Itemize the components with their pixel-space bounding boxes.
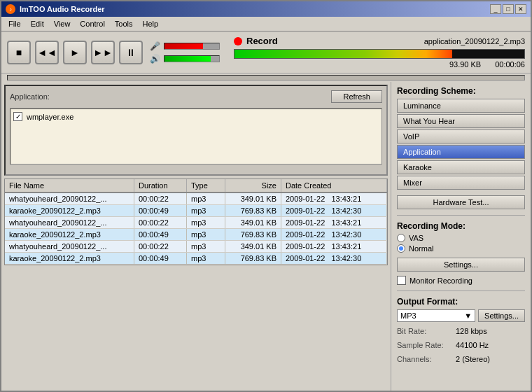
vas-label: VAS	[409, 234, 424, 242]
channels-value: 2 (Stereo)	[456, 353, 490, 367]
table-row[interactable]: karaoke_20090122_2.mp3 00:00:49 mp3 769.…	[5, 229, 387, 241]
speaker-vol-fill	[164, 56, 211, 62]
normal-radio[interactable]	[397, 244, 405, 253]
recording-mode-section: Recording Mode: VAS Normal Settings...	[397, 221, 525, 272]
next-icon: ►►	[93, 47, 113, 58]
transport-area: ■ ◄◄ ► ►► ⏸ 🎤 🔊	[1, 31, 531, 74]
cell-filename: whatyouheard_20090122_...	[5, 217, 134, 228]
normal-radio-row: Normal	[397, 244, 525, 253]
recording-scheme-section: Recording Scheme: Luminance What You Hea…	[397, 86, 525, 191]
maximize-button[interactable]: □	[503, 4, 514, 14]
sample-rate-row: Sample Rate: 44100 Hz	[397, 339, 525, 353]
col-header-date: Date Created	[281, 179, 387, 192]
sample-rate-label: Sample Rate:	[397, 339, 453, 353]
cell-filename: whatyouheard_20090122_...	[5, 193, 134, 204]
monitor-label: Monitor Recording	[410, 276, 472, 285]
cell-filename: whatyouheard_20090122_...	[5, 241, 134, 252]
window-title: ImTOO Audio Recorder	[20, 5, 105, 13]
minimize-button[interactable]: _	[490, 4, 501, 14]
table-row[interactable]: karaoke_20090122_2.mp3 00:00:49 mp3 769.…	[5, 205, 387, 217]
cell-size: 349.01 KB	[225, 193, 281, 204]
record-section: Record application_20090122_2.mp3 93.90 …	[234, 36, 525, 69]
pause-button[interactable]: ⏸	[119, 41, 143, 64]
record-label: Record	[246, 36, 278, 46]
title-bar: ♪ ImTOO Audio Recorder _ □ ✕	[1, 1, 531, 17]
table-row[interactable]: karaoke_20090122_2.mp3 00:00:49 mp3 769.…	[5, 253, 387, 265]
menu-view[interactable]: View	[50, 18, 75, 29]
hardware-test-button[interactable]: Hardware Test...	[397, 195, 525, 209]
cell-size: 769.83 KB	[225, 229, 281, 240]
cell-size: 769.83 KB	[225, 205, 281, 216]
table-body: whatyouheard_20090122_... 00:00:22 mp3 3…	[4, 193, 388, 265]
recording-mode-title: Recording Mode:	[397, 221, 525, 231]
pause-icon: ⏸	[126, 47, 136, 58]
vas-radio[interactable]	[397, 234, 405, 242]
cell-date: 2009-01-22 13:42:30	[281, 205, 387, 216]
next-button[interactable]: ►►	[91, 41, 115, 64]
format-settings-button[interactable]: Settings...	[478, 309, 525, 322]
menu-edit[interactable]: Edit	[27, 18, 48, 29]
speaker-volume-slider[interactable]	[164, 55, 220, 62]
table-row[interactable]: whatyouheard_20090122_... 00:00:22 mp3 3…	[5, 217, 387, 229]
stop-icon: ■	[16, 47, 22, 58]
menu-help[interactable]: Help	[139, 18, 163, 29]
scheme-luminance[interactable]: Luminance	[397, 99, 525, 113]
dropdown-arrow-icon: ▼	[464, 312, 472, 320]
cell-date: 2009-01-22 13:43:21	[281, 241, 387, 252]
app-list-area: ✓ wmplayer.exe	[10, 108, 382, 164]
speaker-vol-row: 🔊	[150, 54, 220, 64]
app-header: Application: Refresh	[10, 90, 382, 103]
bit-rate-row: Bit Rate: 128 kbps	[397, 325, 525, 339]
table-header: File Name Duration Type Size Date Create…	[4, 178, 388, 193]
wmplayer-checkbox[interactable]: ✓	[13, 112, 22, 121]
application-section: Application: Refresh ✓ wmplayer.exe	[4, 85, 388, 176]
scheme-what-you-hear[interactable]: What You Hear	[397, 114, 525, 128]
refresh-button[interactable]: Refresh	[331, 90, 382, 103]
mic-vol-fill	[164, 43, 203, 49]
cell-type: mp3	[187, 193, 225, 204]
scheme-application[interactable]: Application	[397, 145, 525, 159]
channels-label: Channels:	[397, 353, 453, 367]
progress-track[interactable]	[7, 75, 525, 80]
vas-radio-row: VAS	[397, 234, 525, 242]
right-panel: Recording Scheme: Luminance What You Hea…	[391, 82, 531, 391]
cell-filename: karaoke_20090122_2.mp3	[5, 205, 134, 216]
table-row[interactable]: whatyouheard_20090122_... 00:00:22 mp3 3…	[5, 193, 387, 205]
cell-date: 2009-01-22 13:42:30	[281, 253, 387, 264]
output-format-section: Output Format: MP3 ▼ Settings... Bit Rat…	[397, 297, 525, 366]
col-header-type: Type	[187, 179, 225, 192]
record-size: 93.90 KB	[449, 60, 481, 69]
cell-type: mp3	[187, 229, 225, 240]
volume-section: 🎤 🔊	[150, 41, 220, 64]
cell-date: 2009-01-22 13:42:30	[281, 229, 387, 240]
mic-volume-slider[interactable]	[164, 43, 220, 50]
stop-button[interactable]: ■	[7, 41, 31, 64]
col-header-size: Size	[225, 179, 281, 192]
cell-size: 349.01 KB	[225, 217, 281, 228]
play-button[interactable]: ►	[63, 41, 87, 64]
format-value: MP3	[400, 312, 416, 320]
cell-duration: 00:00:49	[134, 205, 187, 216]
prev-button[interactable]: ◄◄	[35, 41, 59, 64]
output-meta: Bit Rate: 128 kbps Sample Rate: 44100 Hz…	[397, 325, 525, 366]
mode-settings-button[interactable]: Settings...	[397, 258, 525, 272]
menu-control[interactable]: Control	[76, 18, 108, 29]
monitor-checkbox[interactable]	[397, 276, 406, 285]
meter-fill	[234, 50, 452, 58]
close-button[interactable]: ✕	[515, 4, 526, 14]
table-row[interactable]: whatyouheard_20090122_... 00:00:22 mp3 3…	[5, 241, 387, 253]
bit-rate-label: Bit Rate:	[397, 325, 453, 339]
format-row: MP3 ▼ Settings...	[397, 309, 525, 322]
menu-tools[interactable]: Tools	[111, 18, 137, 29]
cell-date: 2009-01-22 13:43:21	[281, 217, 387, 228]
scheme-voip[interactable]: VoIP	[397, 130, 525, 144]
prev-icon: ◄◄	[37, 47, 57, 58]
col-header-filename: File Name	[5, 179, 134, 192]
cell-duration: 00:00:49	[134, 253, 187, 264]
main-window: ♪ ImTOO Audio Recorder _ □ ✕ File Edit V…	[0, 0, 532, 392]
scheme-karaoke[interactable]: Karaoke	[397, 160, 525, 174]
menu-file[interactable]: File	[4, 18, 25, 29]
cell-duration: 00:00:49	[134, 229, 187, 240]
format-select[interactable]: MP3 ▼	[397, 309, 475, 322]
scheme-mixer[interactable]: Mixer	[397, 176, 525, 190]
